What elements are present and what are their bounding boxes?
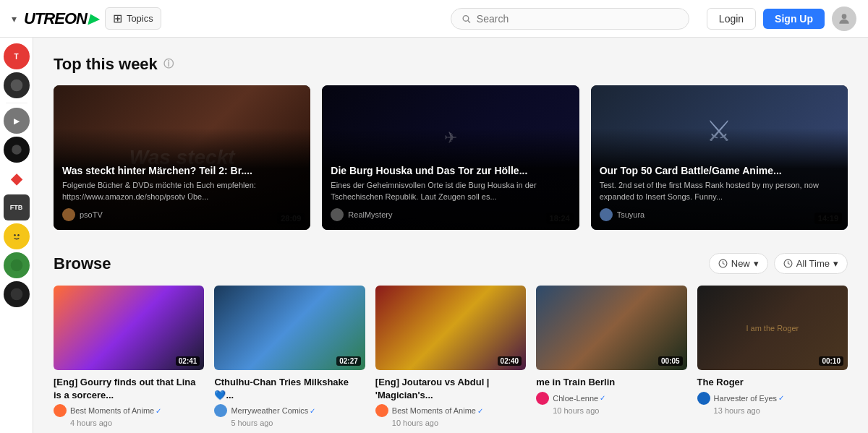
sidebar-item-5[interactable]: ◆ <box>4 166 30 192</box>
sidebar-item-9[interactable] <box>4 281 30 307</box>
topics-button[interactable]: ⊞ Topics <box>105 7 161 30</box>
browse-card-5-author: Harvester of Eyes ✓ <box>697 392 848 405</box>
browse-header: Browse New ▾ All Time ▾ <box>54 253 848 274</box>
sort-chevron-icon: ▾ <box>754 258 759 269</box>
time-label: All Time <box>796 258 830 269</box>
sort-icon <box>718 259 728 268</box>
sidebar-item-9-icon <box>9 287 24 301</box>
logo-arrow-icon: ▶ <box>88 11 98 27</box>
sidebar-item-5-icon: ◆ <box>11 170 22 187</box>
top-card-3-author-name: Tsuyura <box>617 210 645 219</box>
browse-card-1-author-avatar <box>54 404 67 417</box>
top-card-2-title: Die Burg Houska und Das Tor zur Hölle... <box>331 164 570 177</box>
search-bar <box>451 8 689 30</box>
browse-card-4[interactable]: 00:05 me in Train Berlin Chloe-Lenne ✓ 1… <box>536 286 686 427</box>
sidebar-item-4[interactable] <box>4 137 30 163</box>
browse-card-1[interactable]: 02:41 [Eng] Gourry finds out that Lina i… <box>54 286 204 427</box>
signup-button[interactable]: Sign Up <box>763 9 825 29</box>
sidebar-item-6-label: FTB <box>10 204 23 211</box>
browse-card-5-author-avatar <box>697 392 710 405</box>
sidebar-item-1[interactable]: T <box>4 43 30 69</box>
browse-card-5-thumb: I am the Roger 00:10 <box>697 286 848 370</box>
sidebar-item-8[interactable] <box>4 252 30 278</box>
top-card-2-author-avatar <box>331 208 344 221</box>
svg-line-1 <box>468 20 470 22</box>
browse-card-5-title: The Roger <box>697 376 848 389</box>
sidebar-item-7[interactable] <box>4 223 30 249</box>
browse-card-2-time: 5 hours ago <box>231 419 365 427</box>
browse-card-4-author: Chloe-Lenne ✓ <box>536 392 686 405</box>
logo[interactable]: UTREON ▶ <box>24 9 98 28</box>
svg-point-7 <box>17 234 20 236</box>
header: ▾ UTREON ▶ ⊞ Topics Login Sign Up <box>0 0 868 38</box>
top-card-3-title: Our Top 50 Card Battle/Game Anime... <box>600 164 839 177</box>
top-card-1-author-avatar <box>62 208 75 221</box>
avatar-icon <box>837 12 851 26</box>
user-avatar[interactable] <box>832 7 856 31</box>
browse-card-3[interactable]: 02:40 [Eng] Joutarou vs Abdul | 'Magicia… <box>375 286 526 427</box>
browse-card-5-author-name: Harvester of Eyes ✓ <box>714 394 784 403</box>
browse-card-5[interactable]: I am the Roger 00:10 The Roger Harvester… <box>697 286 848 427</box>
browse-card-3-thumb: 02:40 <box>375 286 526 370</box>
browse-card-2-verified-icon: ✓ <box>310 407 315 415</box>
svg-point-5 <box>10 231 22 243</box>
browse-card-4-duration: 00:05 <box>658 356 683 366</box>
browse-card-2[interactable]: 02:27 Cthulhu-Chan Tries Milkshake 💙... … <box>214 286 365 427</box>
top-card-3-author: Tsuyura <box>600 208 839 221</box>
time-filter-button[interactable]: All Time ▾ <box>774 253 848 274</box>
browse-card-4-verified-icon: ✓ <box>600 394 605 402</box>
svg-point-0 <box>463 15 469 21</box>
top-this-week-section: Top this week ⓘ Was steckt 28:09 Was ste… <box>54 55 848 230</box>
svg-point-3 <box>10 80 22 92</box>
sidebar-item-4-icon <box>10 143 23 156</box>
top-card-3-content: Our Top 50 Card Battle/Game Anime... Tes… <box>591 128 848 230</box>
top-card-1-author: psoTV <box>62 208 302 221</box>
top-card-1-author-name: psoTV <box>80 210 103 219</box>
browse-card-2-author-name: Merryweather Comics ✓ <box>231 406 315 415</box>
top-card-3[interactable]: ⚔ 14:19 Our Top 50 Card Battle/Game Anim… <box>591 85 848 230</box>
top-card-3-desc: Test. 2nd set of the first Mass Rank hos… <box>600 180 839 202</box>
top-card-1-desc: Folgende Bücher & DVDs möchte ich Euch e… <box>62 180 302 202</box>
sidebar-item-2[interactable] <box>4 72 30 98</box>
sidebar-item-3[interactable]: ▶ <box>4 108 30 134</box>
browse-card-3-verified-icon: ✓ <box>477 407 483 415</box>
browse-card-1-title: [Eng] Gourry finds out that Lina is a so… <box>54 376 204 401</box>
header-right: Login Sign Up <box>707 7 856 31</box>
browse-card-1-duration: 02:41 <box>176 356 200 366</box>
info-icon[interactable]: ⓘ <box>163 58 174 71</box>
sidebar-item-6[interactable]: FTB <box>4 194 30 220</box>
main-content: Top this week ⓘ Was steckt 28:09 Was ste… <box>33 38 868 433</box>
browse-card-2-thumb: 02:27 <box>214 286 365 370</box>
sidebar: T ▶ ◆ FTB <box>0 38 33 433</box>
sidebar-item-2-icon <box>9 78 24 93</box>
svg-point-9 <box>10 288 22 301</box>
top-card-2[interactable]: ✈ 18:24 Die Burg Houska und Das Tor zur … <box>322 85 579 230</box>
search-input[interactable] <box>477 13 678 25</box>
login-button[interactable]: Login <box>707 8 756 30</box>
browse-card-5-duration: 00:10 <box>819 356 843 366</box>
browse-cards-grid: 02:41 [Eng] Gourry finds out that Lina i… <box>54 286 848 427</box>
top-card-2-desc: Eines der Geheimnisvollen Orte ist die B… <box>331 180 570 202</box>
browse-card-3-author: Best Moments of Anime ✓ <box>375 404 526 417</box>
sort-new-button[interactable]: New ▾ <box>709 253 768 274</box>
browse-card-4-title: me in Train Berlin <box>536 376 686 389</box>
browse-card-2-duration: 02:27 <box>336 356 361 366</box>
svg-point-8 <box>10 260 22 272</box>
browse-card-4-time: 10 hours ago <box>553 406 686 415</box>
time-chevron-icon: ▾ <box>833 258 838 269</box>
header-left: ▾ UTREON ▶ ⊞ Topics <box>12 7 161 30</box>
browse-card-1-time: 4 hours ago <box>70 419 204 427</box>
browse-card-4-thumb: 00:05 <box>536 286 686 370</box>
browse-title: Browse <box>54 254 111 273</box>
browse-card-3-author-name: Best Moments of Anime ✓ <box>392 406 483 415</box>
browse-card-2-author-avatar <box>214 404 227 417</box>
browse-card-4-author-name: Chloe-Lenne ✓ <box>553 394 605 403</box>
top-card-1[interactable]: Was steckt 28:09 Was steckt hinter Märch… <box>54 85 310 230</box>
browse-card-1-verified-icon: ✓ <box>156 407 161 415</box>
browse-card-3-duration: 02:40 <box>498 356 522 366</box>
top-card-2-author: RealMystery <box>331 208 570 221</box>
dropdown-arrow[interactable]: ▾ <box>12 13 17 25</box>
top-card-3-author-avatar <box>600 208 613 221</box>
sort-label: New <box>731 258 750 269</box>
browse-card-2-title: Cthulhu-Chan Tries Milkshake 💙... <box>214 376 365 401</box>
